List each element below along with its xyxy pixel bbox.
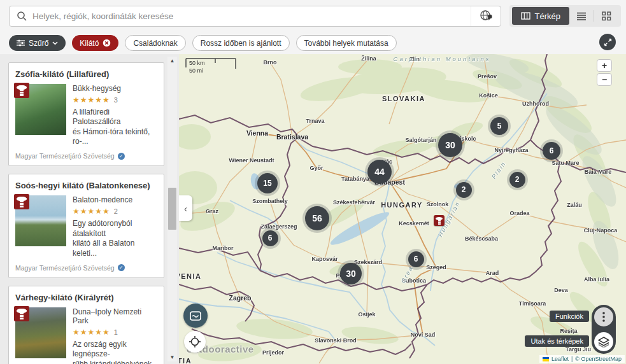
search-input[interactable]: Helyek, régiók, koordináták keresése bbox=[9, 6, 501, 27]
map-canvas[interactable]: BrnoZlínŽilinaPrešovKošiceUzhhorodSLOVAK… bbox=[179, 54, 626, 364]
filter-chip-rossz-idoben[interactable]: Rossz időben is ajánlott bbox=[192, 35, 290, 51]
globe-icon bbox=[480, 10, 492, 22]
osm-link[interactable]: © OpenStreetMap bbox=[575, 356, 622, 362]
map-cluster-marker[interactable]: 30 bbox=[438, 133, 462, 157]
map-label: Salgótarján bbox=[405, 137, 436, 143]
map-legend-button[interactable] bbox=[183, 304, 208, 328]
scale-km-label: 50 km bbox=[189, 60, 205, 66]
map-scale-bar: 50 km 50 mi bbox=[185, 58, 240, 78]
map-cluster-marker[interactable]: 15 bbox=[257, 173, 278, 193]
map-label: Zagreb bbox=[229, 294, 251, 302]
layers-button[interactable] bbox=[594, 332, 613, 351]
map-label: Maribor bbox=[212, 245, 233, 251]
filter-chip-tovabbi-helyek[interactable]: További helyek mutatása bbox=[296, 35, 397, 51]
map-cluster-marker[interactable]: 2 bbox=[456, 182, 472, 198]
map-label: SLOVAKIA bbox=[382, 95, 425, 102]
map-label: Satu Mare bbox=[551, 160, 579, 166]
map-label: Cluj-Napoca bbox=[584, 227, 618, 234]
card-title: Várhegy-kilátó (Királyrét) bbox=[15, 293, 157, 302]
card-source: Magyar Természetjáró Szövetség bbox=[15, 264, 115, 272]
map-label: Slavonski Brod bbox=[315, 337, 357, 344]
scroll-down-arrow[interactable]: ▼ bbox=[167, 354, 177, 360]
active-filter-chip-kilato[interactable]: Kilátó bbox=[72, 35, 118, 51]
map-label: Szekszárd bbox=[354, 259, 382, 265]
map-cluster-marker[interactable]: 6 bbox=[408, 251, 424, 267]
locate-me-button[interactable] bbox=[184, 331, 206, 353]
map-view-button[interactable]: Térkép bbox=[512, 7, 569, 25]
map-cluster-marker[interactable]: 44 bbox=[367, 160, 392, 184]
card-photo bbox=[15, 195, 66, 246]
crosshair-icon bbox=[189, 335, 201, 348]
map-label: Zalaegerszeg bbox=[260, 223, 297, 230]
list-icon bbox=[576, 12, 587, 20]
map-label: Targu Jiu bbox=[566, 346, 591, 353]
map-label: Tatabánya bbox=[341, 176, 369, 182]
language-globe-button[interactable] bbox=[471, 6, 501, 26]
rating-stars: ★★★★★ bbox=[73, 207, 110, 216]
active-filter-label: Kilátó bbox=[80, 39, 99, 48]
map-label: TIA bbox=[179, 357, 192, 364]
attribution-divider: | bbox=[571, 356, 573, 362]
map-cluster-marker[interactable]: 30 bbox=[340, 263, 362, 284]
fullscreen-button[interactable] bbox=[599, 34, 616, 50]
map-label: VENIA bbox=[179, 272, 202, 280]
list-view-button[interactable] bbox=[569, 7, 594, 25]
rating-stars: ★★★★★ bbox=[73, 328, 110, 337]
filter-chip-csaladoknak[interactable]: Családoknak bbox=[125, 35, 185, 51]
map-cluster-marker[interactable]: 5 bbox=[490, 117, 508, 135]
map-label: Graz bbox=[206, 208, 218, 214]
map-cluster-marker[interactable]: 2 bbox=[509, 172, 525, 188]
chevron-down-icon bbox=[52, 41, 58, 45]
routes-maps-tooltip: Utak és térképek bbox=[525, 335, 589, 347]
card-photo bbox=[15, 307, 66, 358]
filter-button[interactable]: Szűrő bbox=[9, 35, 66, 51]
map-label: Oradea bbox=[509, 210, 529, 216]
map-label: Arad bbox=[486, 270, 499, 276]
scrollbar-thumb[interactable] bbox=[168, 188, 176, 230]
map-cluster-marker[interactable]: 56 bbox=[305, 206, 329, 230]
zoom-out-button[interactable]: − bbox=[597, 73, 612, 86]
search-icon bbox=[17, 11, 27, 21]
review-count: 2 bbox=[114, 207, 118, 215]
zoom-in-button[interactable]: + bbox=[597, 59, 612, 72]
grid-view-button[interactable] bbox=[594, 7, 618, 25]
map-label: Bratislava bbox=[276, 133, 308, 141]
card-region: Duna–Ipoly Nemzeti Park bbox=[73, 307, 157, 325]
result-card-varhegy-kilato[interactable]: Várhegy-kilátó (Királyrét) Duna–Ipoly Ne… bbox=[8, 286, 164, 364]
topbar: Helyek, régiók, koordináták keresése Tér… bbox=[0, 0, 626, 32]
map-label: Trnava bbox=[306, 118, 324, 124]
remove-filter-icon[interactable] bbox=[103, 39, 111, 47]
result-card-zsofia-kilato[interactable]: Zsófia-kilátó (Lillafüred) Bükk-hegység … bbox=[8, 62, 164, 166]
map-label: Alba Iulia bbox=[584, 276, 609, 283]
map-cluster-marker[interactable]: 6 bbox=[543, 142, 560, 160]
layers-icon bbox=[598, 337, 609, 347]
ukraine-flag-icon bbox=[543, 357, 549, 361]
map-label: Baia Mare bbox=[585, 169, 612, 175]
map-label: Székesfehérvár bbox=[333, 199, 375, 206]
scroll-up-arrow[interactable]: ▲ bbox=[167, 58, 177, 64]
sidebar-scrollbar[interactable]: ▲ ▼ bbox=[167, 57, 177, 361]
fullscreen-icon bbox=[604, 38, 612, 46]
map-attribution: Leaflet | © OpenStreetMap bbox=[539, 355, 625, 363]
map-label: Košice bbox=[479, 92, 498, 99]
card-title: Soós-hegyi kilátó (Balatonkenese) bbox=[15, 181, 157, 190]
sidebar-collapse-button[interactable]: ‹ bbox=[179, 195, 192, 221]
map-label: Timișoara bbox=[519, 300, 546, 307]
functions-button[interactable] bbox=[594, 307, 613, 326]
card-description: A lillafüredi Palotaszállóra és Hámori-t… bbox=[73, 108, 157, 146]
rating-stars: ★★★★★ bbox=[73, 95, 110, 104]
leaflet-link[interactable]: Leaflet bbox=[551, 356, 569, 362]
map-cluster-marker[interactable]: 6 bbox=[262, 230, 278, 246]
map-label: Deva bbox=[554, 287, 568, 293]
result-card-soos-hegyi-kilato[interactable]: Soós-hegyi kilátó (Balatonkenese) Balato… bbox=[8, 174, 164, 277]
map-label: Prešov bbox=[478, 73, 497, 80]
map-label: Brno bbox=[264, 59, 277, 66]
map-label: Győr bbox=[309, 165, 323, 171]
zoom-control: + − bbox=[597, 59, 612, 86]
map-tool-stack bbox=[592, 305, 616, 354]
lookout-tower-map-marker[interactable] bbox=[434, 215, 445, 226]
map-label: Békéscsaba bbox=[465, 235, 498, 242]
map-label: Prijedor bbox=[262, 349, 284, 356]
lookout-tower-badge-icon bbox=[14, 83, 29, 98]
map-label: Žilina bbox=[361, 55, 376, 62]
